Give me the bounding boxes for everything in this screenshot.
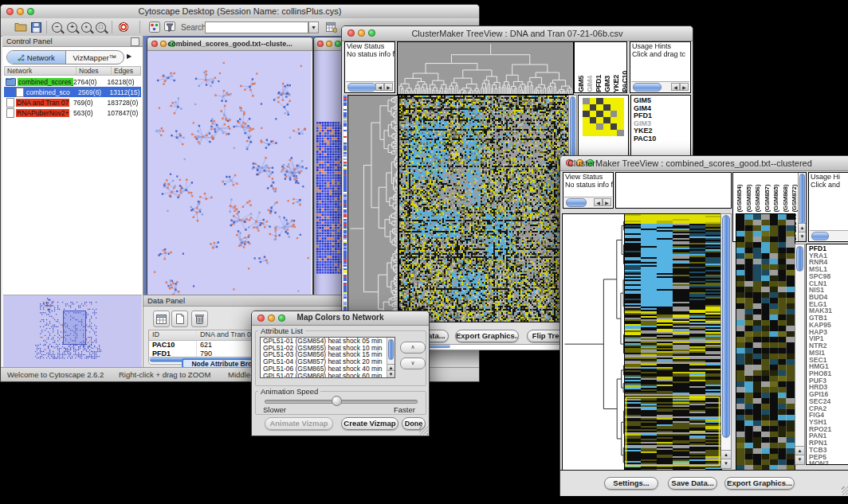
network2-titlebar[interactable] [314,37,344,51]
zoom-cell[interactable] [596,123,603,130]
attribute-item[interactable]: GPL51-07 (GSM868) heat shock 60 min [261,373,395,378]
save-icon[interactable] [29,21,43,33]
zoom-cell[interactable] [610,117,618,123]
zoom-cell[interactable] [610,130,618,136]
tv1-heatmap-canvas[interactable] [398,95,570,322]
dialog-titlebar[interactable]: Map Colors to Network [252,311,429,326]
zoom-cell[interactable] [583,117,590,123]
zoom-cell[interactable] [596,98,603,104]
treeview1-titlebar[interactable]: ClusterMaker TreeView : DNA and Tran 07-… [342,26,693,41]
zoom-cell[interactable] [583,130,590,136]
tv1-row-dendrogram[interactable] [347,95,398,322]
zoom-cell[interactable] [617,117,624,123]
tv1-status-scrollbar[interactable]: ◀ ▶ [346,81,394,92]
scroll-left-icon[interactable]: ◀ [594,198,603,206]
tv2-zoom-heatmap[interactable] [736,213,795,471]
tv2-collabel-scrollbar[interactable]: ▲ ▼ [798,173,806,241]
network-table-row[interactable]: combined_scores_2764(0)16218(0) [4,76,141,87]
tv2-export-graphics-button[interactable]: Export Graphics... [724,477,795,490]
network-table-row[interactable]: DNA and Tran 07769(0)183728(0) [4,97,141,107]
zoom-cell[interactable] [583,104,590,111]
zoom-cell[interactable] [617,104,624,111]
network-titlebar[interactable]: combined_scores_good.txt--cluste... [147,37,312,51]
zoom-cell[interactable] [610,98,618,104]
scroll-right-icon[interactable]: ▶ [603,198,611,206]
scroll-right-icon[interactable]: ▶ [680,83,689,91]
control-panel-header[interactable]: Control Panel [2,36,143,47]
network-table-row[interactable]: combined_sco2569(6)13112(15) [4,87,141,97]
animate-vizmap-button[interactable]: Animate Vizmap [265,417,333,430]
close-button[interactable] [317,41,324,47]
zoom-cell[interactable] [610,104,618,111]
zoom-cell[interactable] [603,111,610,117]
network2-view-canvas[interactable] [314,51,342,296]
new-attribute-icon[interactable] [171,311,188,327]
scroll-down-icon[interactable]: ▼ [721,459,731,468]
tv2-column-dendrogram-panel[interactable] [615,172,732,209]
column-label[interactable]: PAC10 [621,71,627,92]
attribute-select-icon[interactable] [153,311,170,327]
zoom-selected-icon[interactable]: ▪ [80,21,93,33]
zoom-cell[interactable] [583,111,590,117]
zoom-fit-icon[interactable]: □ [94,21,108,33]
tab-vizmapper[interactable]: VizMapper™ [66,51,124,64]
birdseye-overview-canvas[interactable] [3,295,142,368]
delete-attribute-trash-icon[interactable] [191,311,208,327]
zoom-button[interactable] [335,41,341,47]
zoom-cell[interactable] [590,111,597,117]
filter-icon[interactable] [163,21,176,33]
slider-thumb[interactable] [332,396,342,406]
float-panel-icon[interactable] [131,37,139,46]
vizmapper-icon[interactable] [147,21,161,33]
move-up-button[interactable]: ∧ [400,342,426,354]
tv2-save-data-button[interactable]: Save Data... [668,477,717,490]
row-label[interactable]: PAC10 [631,135,690,143]
resize-grip[interactable] [842,486,848,495]
column-label[interactable]: GIM4 [586,76,595,92]
zoom-cell[interactable] [603,104,610,111]
column-label[interactable]: GIM3 [603,76,612,92]
zoom-cell[interactable] [590,104,597,111]
scroll-down-icon[interactable]: ▼ [799,232,806,241]
zoom-cell[interactable] [617,98,624,104]
network-view-canvas[interactable] [147,51,311,296]
column-label[interactable]: GIM5 [577,76,586,92]
zoom-cell[interactable] [596,111,603,117]
zoom-cell[interactable] [617,111,624,117]
tv2-usage-scrollbar[interactable] [810,230,848,240]
tv2-row-dendrogram[interactable] [562,213,626,471]
zoom-cell[interactable] [610,111,618,117]
scroll-left-icon[interactable]: ◀ [375,83,384,91]
scroll-right-icon[interactable]: ▶ [384,83,393,91]
zoom-cell[interactable] [590,123,597,130]
resize-grip[interactable] [419,426,428,435]
column-label[interactable]: YKE2 [612,75,621,92]
attribute-list[interactable]: ▲ ▼ GPL51-01 (GSM854) heat shock 05 minG… [260,337,395,378]
zoom-cell[interactable] [617,130,624,136]
zoom-cell[interactable] [590,130,597,136]
zoom-cell[interactable] [610,123,618,130]
zoom-cell[interactable] [603,98,610,104]
scroll-down-icon[interactable]: ▼ [795,455,804,464]
scroll-down-icon[interactable]: ▼ [387,370,395,377]
zoom-cell[interactable] [590,98,597,104]
zoom-cell[interactable] [583,98,590,104]
zoom-cell[interactable] [617,123,624,130]
column-label[interactable]: PFD1 [595,75,603,92]
tv1-usage-scrollbar[interactable]: ◀ ▶ [631,81,689,92]
minimize-button[interactable] [326,41,332,47]
create-vizmap-button[interactable]: Create Vizmap [341,417,398,430]
tv2-global-vscrollbar[interactable]: ▲ ▼ [720,213,732,469]
tv1-zoom-matrix[interactable] [583,98,624,136]
zoom-cell[interactable] [583,123,590,130]
tv2-global-heatmap[interactable] [624,213,722,471]
open-file-icon[interactable] [14,21,27,33]
zoom-cell[interactable] [603,117,610,123]
zoom-cell[interactable] [596,117,603,123]
gene-label[interactable]: MON2 [807,460,848,465]
zoom-cell[interactable] [596,104,603,111]
zoom-out-icon[interactable]: − [50,21,64,33]
main-titlebar[interactable]: Cytoscape Desktop (Session Name: collins… [1,5,479,19]
zoom-cell[interactable] [596,130,603,136]
move-down-button[interactable]: ∨ [400,357,426,369]
